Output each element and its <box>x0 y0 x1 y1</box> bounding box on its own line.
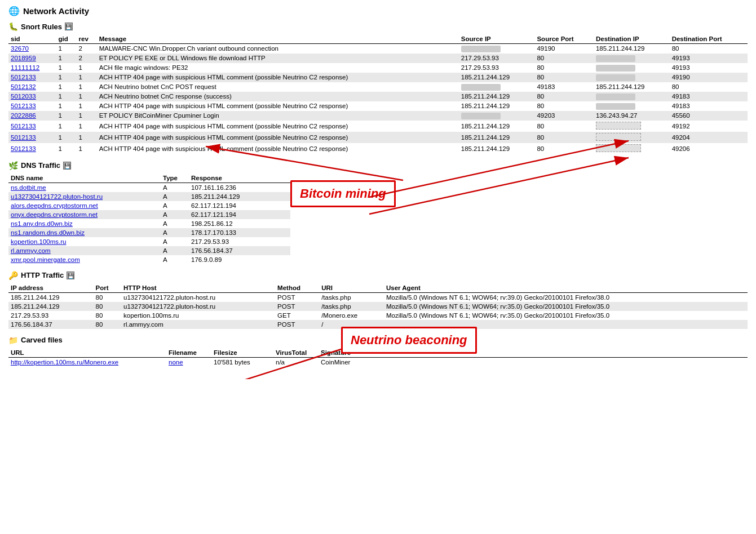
dns-name-link[interactable]: alors.deepdns.cryptostorm.net <box>11 202 98 209</box>
dns-name-link[interactable]: xmr.pool.minergate.com <box>11 256 80 263</box>
col-virustotal: VirusTotal <box>273 348 319 358</box>
carved-url-link[interactable]: http://kopertion.100ms.ru/Monero.exe <box>11 359 118 366</box>
snort-sid-link[interactable]: 5012133 <box>11 74 36 81</box>
table-row: alors.deepdns.cryptostorm.net A 62.117.1… <box>8 201 290 210</box>
snort-dst-ip: 185.211.244.129 <box>594 44 670 54</box>
snort-dst-port: 49183 <box>670 92 748 101</box>
col-gid: gid <box>56 34 76 44</box>
carved-virustotal: n/a <box>273 357 319 367</box>
snort-message: ACH Neutrino botnet CnC response (succes… <box>97 92 459 101</box>
snort-gid: 1 <box>56 121 76 132</box>
table-row: 11111112 1 1 ACH file magic windows: PE3… <box>8 63 748 73</box>
snort-dst-port: 49192 <box>670 121 748 132</box>
snort-src-ip <box>459 111 535 121</box>
http-uri: / <box>319 320 384 329</box>
snort-src-ip <box>459 44 535 54</box>
dns-name: kopertion.100ms.ru <box>8 237 161 246</box>
table-row: kopertion.100ms.ru A 217.29.53.93 <box>8 237 290 246</box>
dns-type: A <box>161 246 189 255</box>
snort-src-port: 49203 <box>534 111 594 121</box>
snort-rev: 1 <box>77 63 97 73</box>
dns-response: 185.211.244.129 <box>189 192 290 201</box>
snort-dst-ip <box>594 143 670 154</box>
http-agent: Mozilla/5.0 (Windows NT 6.1; WOW64; rv:3… <box>384 292 748 302</box>
snort-sid-link[interactable]: 5012133 <box>11 123 36 130</box>
col-dns-response: Response <box>189 173 290 183</box>
snort-gid: 1 <box>56 82 76 92</box>
table-row: 217.29.53.93 80 kopertion.100ms.ru GET /… <box>8 311 748 320</box>
dns-type: A <box>161 201 189 210</box>
dns-save-icon[interactable]: 💾 <box>63 162 71 170</box>
snort-sid: 5012133 <box>8 132 56 143</box>
snort-sid-link[interactable]: 5012132 <box>11 83 36 90</box>
table-row: 5012133 1 1 ACH HTTP 404 page with suspi… <box>8 143 748 154</box>
snort-dst-port: 49193 <box>670 63 748 73</box>
http-host: kopertion.100ms.ru <box>121 311 275 320</box>
snort-message: ACH HTTP 404 page with suspicious HTML c… <box>97 143 459 154</box>
snort-sid-link[interactable]: 5012133 <box>11 134 36 141</box>
snort-gid: 1 <box>56 73 76 82</box>
snort-src-port: 49190 <box>534 44 594 54</box>
snort-sid: 2018959 <box>8 54 56 63</box>
page-title: 🌐 Network Activity <box>8 6 748 16</box>
dns-name-link[interactable]: kopertion.100ms.ru <box>11 238 66 245</box>
dns-name: ns1.random.dns.d0wn.biz <box>8 228 161 237</box>
carved-filename-link[interactable]: none <box>169 359 183 366</box>
snort-message: ACH HTTP 404 page with suspicious HTML c… <box>97 121 459 132</box>
col-dns-name: DNS name <box>8 173 161 183</box>
snort-sid-link[interactable]: 2022886 <box>11 112 36 119</box>
snort-sid-link[interactable]: 2018959 <box>11 55 36 61</box>
snort-src-port: 80 <box>534 73 594 82</box>
dns-icon: 🌿 <box>8 161 18 170</box>
carved-filesize: 10'581 bytes <box>211 357 273 367</box>
snort-gid: 1 <box>56 44 76 54</box>
snort-save-icon[interactable]: 💾 <box>65 23 73 30</box>
snort-src-ip: 217.29.53.93 <box>459 54 535 63</box>
http-ip: 185.211.244.129 <box>8 292 94 302</box>
dns-response: 62.117.121.194 <box>189 201 290 210</box>
snort-dst-ip <box>594 63 670 73</box>
snort-dst-port: 80 <box>670 44 748 54</box>
col-rev: rev <box>77 34 97 44</box>
table-row: http://kopertion.100ms.ru/Monero.exe non… <box>8 357 748 367</box>
snort-sid: 5012033 <box>8 92 56 101</box>
snort-message: MALWARE-CNC Win.Dropper.Ch variant outbo… <box>97 44 459 54</box>
snort-gid: 1 <box>56 143 76 154</box>
snort-dst-ip: 136.243.94.27 <box>594 111 670 121</box>
http-uri: /tasks.php <box>319 302 384 311</box>
dns-name-link[interactable]: onyx.deepdns.cryptostorm.net <box>11 211 98 218</box>
table-row: ns.dotbit.me A 107.161.16.236 <box>8 183 290 192</box>
dns-name-link[interactable]: rl.ammyy.com <box>11 247 51 254</box>
snort-message: ET POLICY BitCoinMiner Cpuminer Login <box>97 111 459 121</box>
snort-sid-link[interactable]: 5012133 <box>11 145 36 152</box>
dns-name-link[interactable]: ns1.random.dns.d0wn.biz <box>11 229 85 236</box>
snort-sid-link[interactable]: 5012033 <box>11 93 36 100</box>
dns-name-link[interactable]: u1327304121722.pluton-host.ru <box>11 193 103 200</box>
snort-src-port: 80 <box>534 92 594 101</box>
snort-src-port: 80 <box>534 132 594 143</box>
http-uri: /tasks.php <box>319 292 384 302</box>
snort-sid-link[interactable]: 32670 <box>11 45 29 52</box>
dns-response: 107.161.16.236 <box>189 183 290 192</box>
dns-name-link[interactable]: ns.dotbit.me <box>11 184 46 191</box>
snort-message: ACH HTTP 404 page with suspicious HTML c… <box>97 73 459 82</box>
dns-type: A <box>161 219 189 228</box>
table-row: 5012132 1 1 ACH Neutrino botnet CnC POST… <box>8 82 748 92</box>
snort-sid: 5012133 <box>8 121 56 132</box>
http-save-icon[interactable]: 💾 <box>67 272 74 279</box>
dns-name-link[interactable]: ns1.any.dns.d0wn.biz <box>11 220 73 227</box>
table-row: u1327304121722.pluton-host.ru A 185.211.… <box>8 192 290 201</box>
snort-dst-ip <box>594 73 670 82</box>
snort-src-ip: 185.211.244.129 <box>459 92 535 101</box>
snort-src-ip: 185.211.244.129 <box>459 73 535 82</box>
snort-sid: 2022886 <box>8 111 56 121</box>
globe-icon: 🌐 <box>8 6 20 16</box>
snort-rev: 1 <box>77 143 97 154</box>
snort-sid-link[interactable]: 5012133 <box>11 103 36 109</box>
http-agent: Mozilla/5.0 (Windows NT 6.1; WOW64; rv:3… <box>384 302 748 311</box>
snort-gid: 1 <box>56 132 76 143</box>
dns-type: A <box>161 210 189 219</box>
table-row: ns1.random.dns.d0wn.biz A 178.17.170.133 <box>8 228 290 237</box>
snort-sid-link[interactable]: 11111112 <box>11 64 39 71</box>
dns-name: alors.deepdns.cryptostorm.net <box>8 201 161 210</box>
